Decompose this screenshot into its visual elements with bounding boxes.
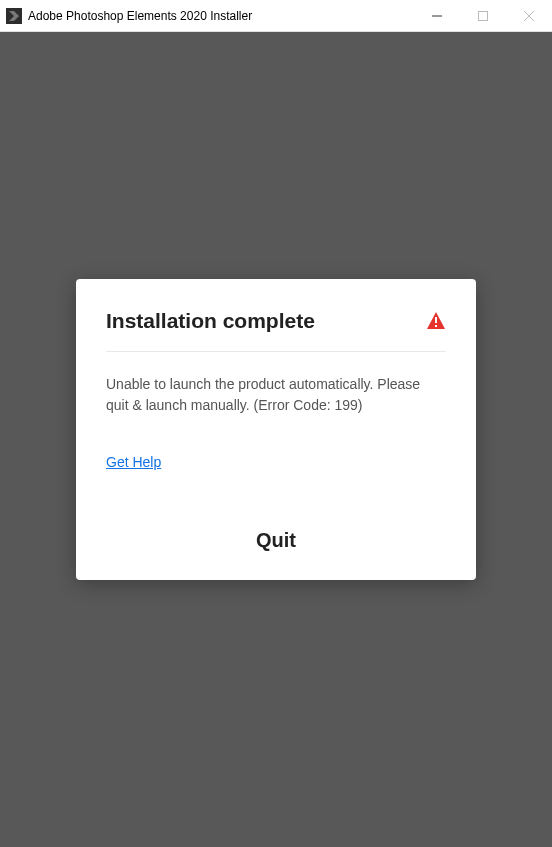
- dialog-header: Installation complete: [106, 309, 446, 352]
- svg-rect-6: [435, 325, 437, 327]
- close-button: [506, 0, 552, 31]
- dialog-title: Installation complete: [106, 309, 315, 333]
- svg-rect-2: [479, 11, 488, 20]
- get-help-link[interactable]: Get Help: [106, 454, 161, 470]
- window-controls: [414, 0, 552, 31]
- dialog-body: Unable to launch the product automatical…: [106, 352, 446, 481]
- window-title: Adobe Photoshop Elements 2020 Installer: [28, 9, 414, 23]
- window-titlebar: Adobe Photoshop Elements 2020 Installer: [0, 0, 552, 32]
- error-message: Unable to launch the product automatical…: [106, 374, 446, 416]
- maximize-button: [460, 0, 506, 31]
- svg-rect-5: [435, 317, 437, 323]
- quit-button[interactable]: Quit: [106, 529, 446, 552]
- minimize-button[interactable]: [414, 0, 460, 31]
- app-icon: [6, 8, 22, 24]
- completion-dialog: Installation complete Unable to launch t…: [76, 279, 476, 580]
- installer-body: Installation complete Unable to launch t…: [0, 32, 552, 847]
- warning-icon: [426, 311, 446, 331]
